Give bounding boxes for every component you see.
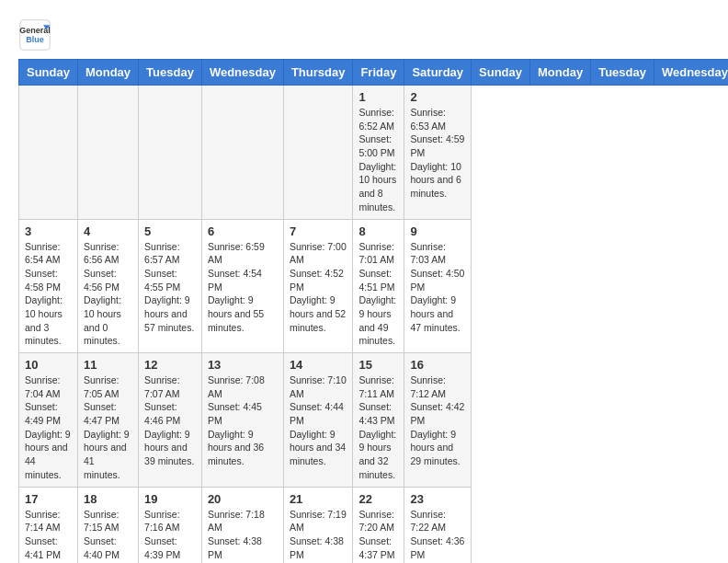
calendar-cell: 18Sunrise: 7:15 AM Sunset: 4:40 PM Dayli… bbox=[77, 487, 138, 563]
cell-info: Sunrise: 7:05 AM Sunset: 4:47 PM Dayligh… bbox=[84, 373, 132, 482]
day-number: 10 bbox=[25, 358, 72, 372]
calendar-cell: 1Sunrise: 6:52 AM Sunset: 5:00 PM Daylig… bbox=[353, 86, 404, 220]
cell-info: Sunrise: 6:52 AM Sunset: 5:00 PM Dayligh… bbox=[358, 106, 398, 214]
day-header-wednesday: Wednesday bbox=[654, 60, 728, 86]
cell-info: Sunrise: 7:04 AM Sunset: 4:49 PM Dayligh… bbox=[25, 373, 72, 482]
cell-info: Sunrise: 7:11 AM Sunset: 4:43 PM Dayligh… bbox=[358, 373, 398, 482]
calendar-week-row: 10Sunrise: 7:04 AM Sunset: 4:49 PM Dayli… bbox=[19, 353, 729, 488]
calendar-cell: 11Sunrise: 7:05 AM Sunset: 4:47 PM Dayli… bbox=[77, 353, 138, 488]
day-number: 17 bbox=[25, 492, 72, 506]
calendar-cell bbox=[139, 86, 202, 220]
cell-info: Sunrise: 7:03 AM Sunset: 4:50 PM Dayligh… bbox=[410, 240, 465, 335]
cell-info: Sunrise: 6:54 AM Sunset: 4:58 PM Dayligh… bbox=[25, 240, 72, 349]
cell-info: Sunrise: 7:08 AM Sunset: 4:45 PM Dayligh… bbox=[208, 373, 278, 468]
day-header-friday: Friday bbox=[353, 60, 404, 86]
cell-info: Sunrise: 6:59 AM Sunset: 4:54 PM Dayligh… bbox=[208, 240, 278, 335]
day-header-sunday: Sunday bbox=[472, 60, 530, 86]
cell-info: Sunrise: 7:15 AM Sunset: 4:40 PM Dayligh… bbox=[84, 508, 132, 564]
calendar-cell: 14Sunrise: 7:10 AM Sunset: 4:44 PM Dayli… bbox=[283, 353, 353, 488]
day-number: 6 bbox=[208, 224, 278, 238]
calendar-cell: 8Sunrise: 7:01 AM Sunset: 4:51 PM Daylig… bbox=[353, 219, 404, 353]
calendar-cell: 22Sunrise: 7:20 AM Sunset: 4:37 PM Dayli… bbox=[353, 487, 404, 563]
svg-text:Blue: Blue bbox=[26, 35, 44, 44]
day-header-saturday: Saturday bbox=[404, 60, 472, 86]
day-header-tuesday: Tuesday bbox=[591, 60, 654, 86]
day-number: 13 bbox=[208, 358, 278, 372]
calendar-cell: 16Sunrise: 7:12 AM Sunset: 4:42 PM Dayli… bbox=[404, 353, 472, 488]
day-number: 9 bbox=[410, 224, 465, 238]
calendar-cell: 4Sunrise: 6:56 AM Sunset: 4:56 PM Daylig… bbox=[77, 219, 138, 353]
day-number: 19 bbox=[144, 492, 196, 506]
cell-info: Sunrise: 6:56 AM Sunset: 4:56 PM Dayligh… bbox=[84, 240, 132, 349]
calendar-header-row: SundayMondayTuesdayWednesdayThursdayFrid… bbox=[19, 60, 729, 86]
calendar-cell: 3Sunrise: 6:54 AM Sunset: 4:58 PM Daylig… bbox=[19, 219, 78, 353]
day-header-monday: Monday bbox=[77, 60, 138, 86]
cell-info: Sunrise: 7:00 AM Sunset: 4:52 PM Dayligh… bbox=[290, 240, 347, 335]
calendar-table: SundayMondayTuesdayWednesdayThursdayFrid… bbox=[18, 59, 728, 563]
day-number: 20 bbox=[208, 492, 278, 506]
cell-info: Sunrise: 7:16 AM Sunset: 4:39 PM Dayligh… bbox=[144, 508, 196, 564]
day-number: 21 bbox=[290, 492, 347, 506]
calendar-cell: 2Sunrise: 6:53 AM Sunset: 4:59 PM Daylig… bbox=[404, 86, 472, 220]
day-number: 2 bbox=[410, 90, 465, 104]
day-header-monday: Monday bbox=[530, 60, 591, 86]
calendar-cell: 12Sunrise: 7:07 AM Sunset: 4:46 PM Dayli… bbox=[139, 353, 202, 488]
day-number: 5 bbox=[144, 224, 196, 238]
cell-info: Sunrise: 7:10 AM Sunset: 4:44 PM Dayligh… bbox=[290, 373, 347, 468]
calendar-cell: 6Sunrise: 6:59 AM Sunset: 4:54 PM Daylig… bbox=[201, 219, 283, 353]
day-number: 16 bbox=[410, 358, 465, 372]
calendar-cell bbox=[201, 86, 283, 220]
day-number: 14 bbox=[290, 358, 347, 372]
calendar-cell: 15Sunrise: 7:11 AM Sunset: 4:43 PM Dayli… bbox=[353, 353, 404, 488]
calendar-cell: 13Sunrise: 7:08 AM Sunset: 4:45 PM Dayli… bbox=[201, 353, 283, 488]
calendar-cell: 17Sunrise: 7:14 AM Sunset: 4:41 PM Dayli… bbox=[19, 487, 78, 563]
cell-info: Sunrise: 7:19 AM Sunset: 4:38 PM Dayligh… bbox=[290, 508, 347, 564]
logo: General Blue bbox=[18, 18, 55, 52]
calendar-cell: 10Sunrise: 7:04 AM Sunset: 4:49 PM Dayli… bbox=[19, 353, 78, 488]
day-number: 1 bbox=[358, 90, 398, 104]
calendar-cell: 21Sunrise: 7:19 AM Sunset: 4:38 PM Dayli… bbox=[283, 487, 353, 563]
calendar-week-row: 17Sunrise: 7:14 AM Sunset: 4:41 PM Dayli… bbox=[19, 487, 729, 563]
day-number: 12 bbox=[144, 358, 196, 372]
cell-info: Sunrise: 7:12 AM Sunset: 4:42 PM Dayligh… bbox=[410, 373, 465, 468]
calendar-week-row: 3Sunrise: 6:54 AM Sunset: 4:58 PM Daylig… bbox=[19, 219, 729, 353]
day-number: 23 bbox=[410, 492, 465, 506]
calendar-cell: 19Sunrise: 7:16 AM Sunset: 4:39 PM Dayli… bbox=[139, 487, 202, 563]
page-header: General Blue bbox=[18, 18, 710, 52]
cell-info: Sunrise: 7:01 AM Sunset: 4:51 PM Dayligh… bbox=[358, 240, 398, 349]
day-header-sunday: Sunday bbox=[19, 60, 78, 86]
day-header-tuesday: Tuesday bbox=[139, 60, 202, 86]
calendar-week-row: 1Sunrise: 6:52 AM Sunset: 5:00 PM Daylig… bbox=[19, 86, 729, 220]
cell-info: Sunrise: 6:53 AM Sunset: 4:59 PM Dayligh… bbox=[410, 106, 465, 201]
day-number: 8 bbox=[358, 224, 398, 238]
cell-info: Sunrise: 7:20 AM Sunset: 4:37 PM Dayligh… bbox=[358, 508, 398, 564]
day-number: 4 bbox=[84, 224, 132, 238]
day-number: 15 bbox=[358, 358, 398, 372]
day-number: 3 bbox=[25, 224, 72, 238]
day-header-wednesday: Wednesday bbox=[201, 60, 283, 86]
day-number: 18 bbox=[84, 492, 132, 506]
day-number: 11 bbox=[84, 358, 132, 372]
cell-info: Sunrise: 7:14 AM Sunset: 4:41 PM Dayligh… bbox=[25, 508, 72, 564]
calendar-cell: 23Sunrise: 7:22 AM Sunset: 4:36 PM Dayli… bbox=[404, 487, 472, 563]
calendar-cell bbox=[19, 86, 78, 220]
calendar-cell: 5Sunrise: 6:57 AM Sunset: 4:55 PM Daylig… bbox=[139, 219, 202, 353]
day-number: 22 bbox=[358, 492, 398, 506]
calendar-cell bbox=[77, 86, 138, 220]
calendar-cell: 20Sunrise: 7:18 AM Sunset: 4:38 PM Dayli… bbox=[201, 487, 283, 563]
cell-info: Sunrise: 7:18 AM Sunset: 4:38 PM Dayligh… bbox=[208, 508, 278, 564]
cell-info: Sunrise: 6:57 AM Sunset: 4:55 PM Dayligh… bbox=[144, 240, 196, 335]
day-header-thursday: Thursday bbox=[283, 60, 353, 86]
day-number: 7 bbox=[290, 224, 347, 238]
cell-info: Sunrise: 7:22 AM Sunset: 4:36 PM Dayligh… bbox=[410, 508, 465, 564]
calendar-cell: 9Sunrise: 7:03 AM Sunset: 4:50 PM Daylig… bbox=[404, 219, 472, 353]
cell-info: Sunrise: 7:07 AM Sunset: 4:46 PM Dayligh… bbox=[144, 373, 196, 468]
calendar-cell: 7Sunrise: 7:00 AM Sunset: 4:52 PM Daylig… bbox=[283, 219, 353, 353]
calendar-cell bbox=[283, 86, 353, 220]
logo-icon: General Blue bbox=[18, 18, 51, 52]
